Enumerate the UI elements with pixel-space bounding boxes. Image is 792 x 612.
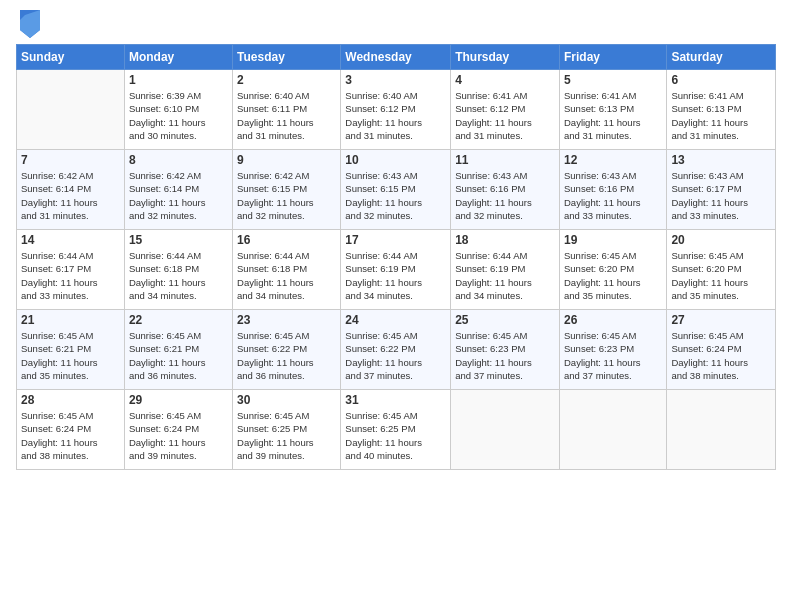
day-info: Sunrise: 6:41 AM Sunset: 6:13 PM Dayligh… [564,89,662,142]
day-number: 19 [564,233,662,247]
day-info: Sunrise: 6:40 AM Sunset: 6:11 PM Dayligh… [237,89,336,142]
calendar-cell: 20Sunrise: 6:45 AM Sunset: 6:20 PM Dayli… [667,230,776,310]
day-number: 28 [21,393,120,407]
day-info: Sunrise: 6:45 AM Sunset: 6:20 PM Dayligh… [564,249,662,302]
day-number: 11 [455,153,555,167]
day-info: Sunrise: 6:40 AM Sunset: 6:12 PM Dayligh… [345,89,446,142]
day-number: 16 [237,233,336,247]
day-number: 24 [345,313,446,327]
day-number: 22 [129,313,228,327]
calendar-cell: 14Sunrise: 6:44 AM Sunset: 6:17 PM Dayli… [17,230,125,310]
header [16,10,776,38]
day-info: Sunrise: 6:45 AM Sunset: 6:25 PM Dayligh… [345,409,446,462]
calendar-cell: 17Sunrise: 6:44 AM Sunset: 6:19 PM Dayli… [341,230,451,310]
weekday-thursday: Thursday [451,45,560,70]
calendar-week-3: 14Sunrise: 6:44 AM Sunset: 6:17 PM Dayli… [17,230,776,310]
day-info: Sunrise: 6:45 AM Sunset: 6:25 PM Dayligh… [237,409,336,462]
day-number: 15 [129,233,228,247]
day-number: 1 [129,73,228,87]
calendar-cell [451,390,560,470]
calendar-cell: 30Sunrise: 6:45 AM Sunset: 6:25 PM Dayli… [233,390,341,470]
calendar-cell: 3Sunrise: 6:40 AM Sunset: 6:12 PM Daylig… [341,70,451,150]
calendar-cell: 25Sunrise: 6:45 AM Sunset: 6:23 PM Dayli… [451,310,560,390]
weekday-saturday: Saturday [667,45,776,70]
calendar-cell: 1Sunrise: 6:39 AM Sunset: 6:10 PM Daylig… [124,70,232,150]
day-number: 26 [564,313,662,327]
calendar-cell: 13Sunrise: 6:43 AM Sunset: 6:17 PM Dayli… [667,150,776,230]
day-number: 31 [345,393,446,407]
weekday-header-row: SundayMondayTuesdayWednesdayThursdayFrid… [17,45,776,70]
day-number: 23 [237,313,336,327]
day-number: 29 [129,393,228,407]
day-number: 5 [564,73,662,87]
day-info: Sunrise: 6:43 AM Sunset: 6:15 PM Dayligh… [345,169,446,222]
day-number: 20 [671,233,771,247]
day-info: Sunrise: 6:45 AM Sunset: 6:23 PM Dayligh… [455,329,555,382]
day-number: 4 [455,73,555,87]
calendar-cell: 31Sunrise: 6:45 AM Sunset: 6:25 PM Dayli… [341,390,451,470]
calendar-cell: 18Sunrise: 6:44 AM Sunset: 6:19 PM Dayli… [451,230,560,310]
day-number: 25 [455,313,555,327]
day-number: 7 [21,153,120,167]
day-info: Sunrise: 6:43 AM Sunset: 6:16 PM Dayligh… [564,169,662,222]
weekday-sunday: Sunday [17,45,125,70]
calendar-cell [17,70,125,150]
day-number: 13 [671,153,771,167]
day-number: 27 [671,313,771,327]
calendar-cell: 27Sunrise: 6:45 AM Sunset: 6:24 PM Dayli… [667,310,776,390]
day-info: Sunrise: 6:45 AM Sunset: 6:22 PM Dayligh… [237,329,336,382]
day-number: 9 [237,153,336,167]
day-info: Sunrise: 6:45 AM Sunset: 6:22 PM Dayligh… [345,329,446,382]
calendar-cell: 16Sunrise: 6:44 AM Sunset: 6:18 PM Dayli… [233,230,341,310]
day-number: 10 [345,153,446,167]
day-info: Sunrise: 6:41 AM Sunset: 6:13 PM Dayligh… [671,89,771,142]
day-number: 2 [237,73,336,87]
calendar-cell: 22Sunrise: 6:45 AM Sunset: 6:21 PM Dayli… [124,310,232,390]
day-info: Sunrise: 6:44 AM Sunset: 6:17 PM Dayligh… [21,249,120,302]
day-number: 21 [21,313,120,327]
weekday-friday: Friday [559,45,666,70]
weekday-monday: Monday [124,45,232,70]
calendar-cell: 10Sunrise: 6:43 AM Sunset: 6:15 PM Dayli… [341,150,451,230]
calendar-cell: 12Sunrise: 6:43 AM Sunset: 6:16 PM Dayli… [559,150,666,230]
calendar-cell [667,390,776,470]
day-number: 18 [455,233,555,247]
calendar-cell: 11Sunrise: 6:43 AM Sunset: 6:16 PM Dayli… [451,150,560,230]
calendar-cell: 15Sunrise: 6:44 AM Sunset: 6:18 PM Dayli… [124,230,232,310]
calendar-table: SundayMondayTuesdayWednesdayThursdayFrid… [16,44,776,470]
calendar-cell: 8Sunrise: 6:42 AM Sunset: 6:14 PM Daylig… [124,150,232,230]
day-info: Sunrise: 6:42 AM Sunset: 6:14 PM Dayligh… [129,169,228,222]
day-info: Sunrise: 6:45 AM Sunset: 6:21 PM Dayligh… [129,329,228,382]
day-info: Sunrise: 6:45 AM Sunset: 6:24 PM Dayligh… [129,409,228,462]
calendar-cell: 4Sunrise: 6:41 AM Sunset: 6:12 PM Daylig… [451,70,560,150]
weekday-tuesday: Tuesday [233,45,341,70]
calendar-week-2: 7Sunrise: 6:42 AM Sunset: 6:14 PM Daylig… [17,150,776,230]
calendar-cell: 26Sunrise: 6:45 AM Sunset: 6:23 PM Dayli… [559,310,666,390]
day-info: Sunrise: 6:44 AM Sunset: 6:19 PM Dayligh… [345,249,446,302]
calendar-cell: 21Sunrise: 6:45 AM Sunset: 6:21 PM Dayli… [17,310,125,390]
logo-icon [20,10,40,38]
calendar-cell: 19Sunrise: 6:45 AM Sunset: 6:20 PM Dayli… [559,230,666,310]
day-info: Sunrise: 6:41 AM Sunset: 6:12 PM Dayligh… [455,89,555,142]
calendar-cell: 2Sunrise: 6:40 AM Sunset: 6:11 PM Daylig… [233,70,341,150]
calendar-cell: 7Sunrise: 6:42 AM Sunset: 6:14 PM Daylig… [17,150,125,230]
day-info: Sunrise: 6:45 AM Sunset: 6:21 PM Dayligh… [21,329,120,382]
calendar-cell: 9Sunrise: 6:42 AM Sunset: 6:15 PM Daylig… [233,150,341,230]
day-number: 8 [129,153,228,167]
calendar-cell: 6Sunrise: 6:41 AM Sunset: 6:13 PM Daylig… [667,70,776,150]
day-number: 6 [671,73,771,87]
day-info: Sunrise: 6:43 AM Sunset: 6:16 PM Dayligh… [455,169,555,222]
day-info: Sunrise: 6:45 AM Sunset: 6:24 PM Dayligh… [21,409,120,462]
logo [16,14,40,38]
calendar-cell: 28Sunrise: 6:45 AM Sunset: 6:24 PM Dayli… [17,390,125,470]
day-number: 17 [345,233,446,247]
calendar-cell: 29Sunrise: 6:45 AM Sunset: 6:24 PM Dayli… [124,390,232,470]
calendar-week-4: 21Sunrise: 6:45 AM Sunset: 6:21 PM Dayli… [17,310,776,390]
day-info: Sunrise: 6:45 AM Sunset: 6:23 PM Dayligh… [564,329,662,382]
day-info: Sunrise: 6:45 AM Sunset: 6:20 PM Dayligh… [671,249,771,302]
calendar-week-5: 28Sunrise: 6:45 AM Sunset: 6:24 PM Dayli… [17,390,776,470]
day-number: 12 [564,153,662,167]
day-info: Sunrise: 6:43 AM Sunset: 6:17 PM Dayligh… [671,169,771,222]
day-info: Sunrise: 6:44 AM Sunset: 6:19 PM Dayligh… [455,249,555,302]
day-info: Sunrise: 6:44 AM Sunset: 6:18 PM Dayligh… [237,249,336,302]
